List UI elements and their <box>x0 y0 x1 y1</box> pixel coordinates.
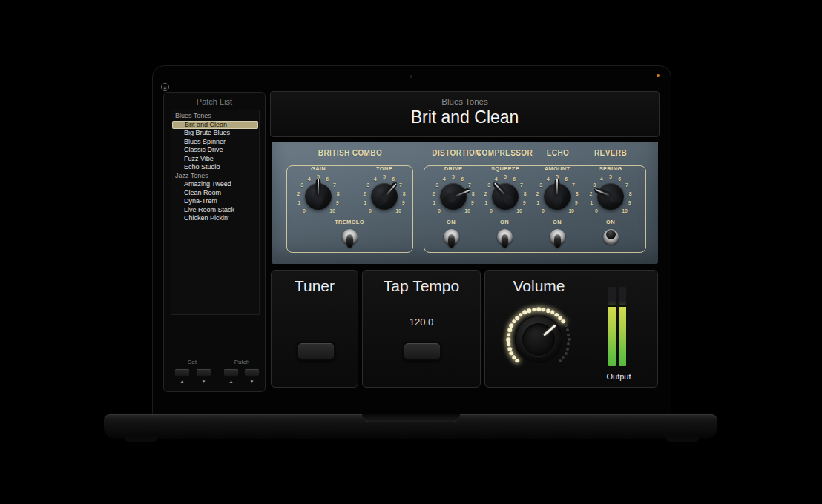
knob-scale-number: 3 <box>593 182 596 188</box>
knob-label: AMOUNT <box>529 165 585 172</box>
status-indicator-dot <box>657 74 660 77</box>
volume-led-dot <box>542 308 546 312</box>
patch-list-item[interactable]: Live Room Stack <box>171 206 259 215</box>
patch-label: Patch <box>227 359 257 365</box>
volume-led-dot <box>507 328 512 333</box>
knob-scale-number: 7 <box>625 182 628 188</box>
knob-scale-number: 6 <box>513 176 516 181</box>
knob-label: GAIN <box>290 165 346 172</box>
toggle-base <box>497 229 513 245</box>
patch-list-item[interactable]: Clean Room <box>171 189 259 198</box>
set-down-button[interactable] <box>196 368 211 377</box>
echo-on-toggle[interactable]: ON <box>541 219 573 251</box>
section-title-distortion: DISTORTION <box>432 149 480 157</box>
patch-list-item[interactable]: Chicken Pickin' <box>171 214 259 223</box>
set-label: Set <box>177 359 207 365</box>
patch-list-item[interactable]: Big Brute Blues <box>171 129 259 138</box>
knob-scale-number: 10 <box>622 208 628 213</box>
knob-scale-number: 3 <box>487 182 490 188</box>
knob-scale-number: 9 <box>402 200 405 205</box>
bpm-value: 120.0 <box>363 316 480 328</box>
knob-scale-number: 6 <box>392 176 395 181</box>
amount-knob[interactable]: AMOUNT 012345678910 <box>529 164 585 226</box>
tap-tempo-button[interactable] <box>403 342 441 361</box>
patch-list-item[interactable]: Echo Studio <box>171 163 259 172</box>
laptop-foot-right <box>666 437 699 442</box>
volume-led-dot <box>566 348 569 351</box>
compressor-on-toggle[interactable]: ON <box>488 219 521 251</box>
set-up-button[interactable] <box>174 368 190 377</box>
patch-list-item[interactable]: Fuzz Vibe <box>171 155 259 164</box>
patch-up-button[interactable] <box>223 368 239 377</box>
gain-knob[interactable]: GAIN 012345678910 <box>290 164 346 226</box>
set-up-icon: ▲ <box>174 379 190 384</box>
knob-scale-number: 1 <box>536 200 539 205</box>
knob-scale-number: 5 <box>504 174 507 179</box>
volume-led-dot <box>559 359 562 362</box>
volume-led-dot <box>510 324 514 328</box>
volume-led-dot <box>507 347 512 351</box>
reverb-on-toggle[interactable]: ON <box>594 219 627 251</box>
tuner-button[interactable] <box>297 342 335 361</box>
knob-scale-number: 8 <box>629 190 632 196</box>
lid-scoop <box>362 414 460 422</box>
toggle-lever <box>554 234 561 248</box>
patch-name: Brit and Clean <box>271 107 659 127</box>
volume-led-dot <box>510 351 514 356</box>
spring-knob[interactable]: SPRING 012345678910 <box>582 164 639 226</box>
toggle-label: ON <box>435 219 467 225</box>
patch-header: Blues Tones Brit and Clean <box>270 91 660 137</box>
camera-dot <box>410 75 412 78</box>
patch-list-item[interactable]: Blues Spinner <box>171 138 259 147</box>
knob-scale-number: 1 <box>364 200 366 205</box>
section-title-compressor: COMPRESSOR <box>476 149 533 157</box>
patch-down-icon: ▼ <box>244 379 260 384</box>
tone-knob[interactable]: TONE 012345678910 <box>356 164 412 226</box>
knob-scale-number: 6 <box>618 176 621 181</box>
knob-scale-number: 7 <box>520 182 523 188</box>
patch-down-button[interactable] <box>244 368 260 377</box>
close-icon[interactable]: ✕ <box>161 83 169 91</box>
knob-scale-number: 4 <box>600 176 603 181</box>
knob-scale-number: 2 <box>536 190 539 196</box>
toggle-base <box>342 229 358 245</box>
volume-led-dot <box>567 334 570 336</box>
patch-list-item[interactable]: Amazing Tweed <box>171 180 259 189</box>
toggle-lever <box>448 234 455 248</box>
amp-panel: BRITISH COMBO DISTORTION COMPRESSOR ECHO… <box>272 142 658 264</box>
laptop-foot-left <box>125 437 157 442</box>
section-title-british-combo: BRITISH COMBO <box>318 149 382 157</box>
volume-led-dot <box>515 359 519 363</box>
knob-scale-number: 8 <box>524 190 527 196</box>
volume-led-dot <box>561 319 565 324</box>
volume-led-dot <box>546 308 550 313</box>
tuner-title: Tuner <box>272 277 358 295</box>
volume-led-dot <box>565 324 568 327</box>
knob-scale-number: 9 <box>336 200 339 205</box>
volume-panel: Volume Output <box>484 270 658 388</box>
volume-led-dot <box>523 311 527 315</box>
knob-scale-number: 1 <box>590 200 593 205</box>
distortion-on-toggle[interactable]: ON <box>435 219 467 251</box>
knob-scale-number: 0 <box>490 208 493 213</box>
patch-list[interactable]: Blues TonesBrit and CleanBig Brute Blues… <box>171 110 260 315</box>
knob-scale-number: 9 <box>628 200 631 205</box>
tremolo-toggle[interactable]: TREMOLO <box>333 219 366 251</box>
knob-scale-number: 7 <box>572 182 575 188</box>
patch-list-item[interactable]: Dyna-Trem <box>171 197 259 206</box>
toggle-lever <box>606 230 616 239</box>
knob-scale-number: 10 <box>568 208 574 213</box>
patch-list-item[interactable]: Brit and Clean <box>172 121 258 130</box>
volume-led-dot <box>566 328 569 331</box>
knob-scale-number: 7 <box>333 182 336 188</box>
volume-led-dot <box>568 338 571 341</box>
patch-list-item[interactable]: Classic Drive <box>171 146 259 155</box>
drive-knob[interactable]: DRIVE 012345678910 <box>425 164 481 226</box>
knob-scale-number: 3 <box>300 182 303 188</box>
volume-led-dot <box>507 333 511 337</box>
knob-scale-number: 5 <box>452 174 455 179</box>
squeeze-knob[interactable]: SQUEEZE 012345678910 <box>477 164 533 226</box>
knob-scale-number: 5 <box>609 174 612 179</box>
volume-led-dot <box>507 342 511 347</box>
knob-scale-number: 6 <box>326 176 329 181</box>
